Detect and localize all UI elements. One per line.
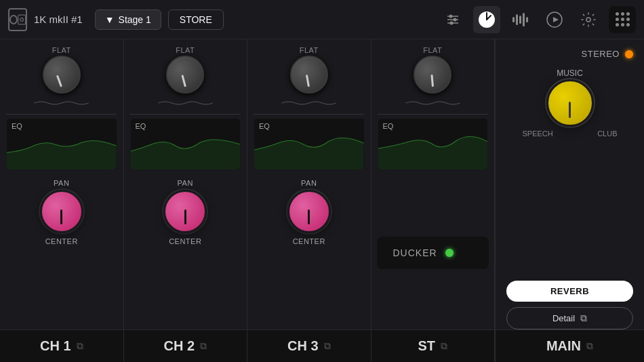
ch1-pan-section: PAN CENTER xyxy=(40,179,83,245)
mode-bottom-labels: SPEECH CLUB xyxy=(523,129,618,138)
svg-point-5 xyxy=(449,14,453,18)
ch2-wave-line xyxy=(136,98,235,108)
ch2-eq-curve xyxy=(131,119,241,169)
ch3-external-link-icon[interactable]: ⧉ xyxy=(324,340,331,352)
ducker-label: DUCKER xyxy=(393,247,437,258)
ch2-channel-name: CH 2 xyxy=(163,338,195,354)
st-channel-bottom: ST ⧉ xyxy=(371,329,495,362)
detail-button[interactable]: Detail ⧉ xyxy=(506,307,633,329)
ch1-eq-knob[interactable] xyxy=(43,56,81,94)
svg-point-16 xyxy=(586,18,590,22)
ch3-pan-knob[interactable] xyxy=(287,190,331,233)
ch3-eq-knob[interactable] xyxy=(290,56,328,94)
ch2-pan-label: PAN xyxy=(178,179,193,187)
svg-rect-10 xyxy=(516,14,518,25)
ch2-eq-knob-wrap: FLAT xyxy=(166,46,204,94)
settings-icon-button[interactable] xyxy=(575,6,602,33)
ch3-pan-section: PAN CENTER xyxy=(287,179,331,245)
ch3-channel-bottom: CH 3 ⧉ xyxy=(247,329,371,362)
ducker-status-dot xyxy=(445,249,454,257)
ch3-eq-label: EQ xyxy=(259,122,270,130)
main-channel-bottom: MAIN ⧉ xyxy=(496,329,644,362)
svg-rect-9 xyxy=(512,17,515,22)
ch3-channel-name: CH 3 xyxy=(287,338,319,354)
speech-label: SPEECH xyxy=(523,129,553,138)
ch3-eq-curve xyxy=(254,119,364,169)
main-content: FLAT EQ PAN CENTER CH 1 ⧉ xyxy=(0,39,644,362)
ch1-center-label: CENTER xyxy=(45,237,78,245)
main-channel-name: MAIN xyxy=(546,338,581,354)
music-label: MUSIC xyxy=(557,68,583,78)
svg-rect-11 xyxy=(519,16,521,24)
st-wave-line xyxy=(384,98,482,108)
timer-icon-button[interactable] xyxy=(473,6,500,33)
ch1-pan-label: PAN xyxy=(54,179,69,187)
mode-knob[interactable] xyxy=(546,79,594,127)
st-eq-curve xyxy=(378,119,488,169)
ch1-flat-label: FLAT xyxy=(52,46,71,54)
device-name: 1K mkII #1 xyxy=(34,14,83,25)
st-eq-knob-wrap: FLAT xyxy=(414,46,451,94)
mode-section: MUSIC SPEECH CLUB xyxy=(506,68,633,138)
stereo-label: STEREO xyxy=(582,49,620,59)
stage-button[interactable]: ▼ Stage 1 xyxy=(95,9,161,30)
ch1-wave-line xyxy=(12,98,110,108)
ch2-external-link-icon[interactable]: ⧉ xyxy=(200,340,207,352)
ch1-eq-knob-wrap: FLAT xyxy=(43,46,81,94)
ch1-eq-curve xyxy=(7,119,117,169)
main-external-link-icon[interactable]: ⧉ xyxy=(586,340,593,352)
ch1-channel-name: CH 1 xyxy=(40,338,71,354)
svg-point-1 xyxy=(20,18,24,21)
st-eq-knob[interactable] xyxy=(414,56,451,94)
ch3-wave-line xyxy=(260,98,358,108)
channel-ch1: FLAT EQ PAN CENTER CH 1 ⧉ xyxy=(0,39,124,362)
stereo-row: STEREO xyxy=(506,49,633,59)
ch1-external-link-icon[interactable]: ⧉ xyxy=(77,340,83,352)
ch3-eq-knob-wrap: FLAT xyxy=(290,46,328,94)
ch2-pan-knob[interactable] xyxy=(163,190,207,233)
ch3-pan-label: PAN xyxy=(301,179,317,187)
st-external-link-icon[interactable]: ⧉ xyxy=(441,340,447,352)
stage-arrow-icon: ▼ xyxy=(105,14,115,25)
ch2-pan-section: PAN CENTER xyxy=(163,179,207,245)
svg-point-6 xyxy=(454,18,457,21)
svg-rect-12 xyxy=(523,13,525,26)
club-label: CLUB xyxy=(597,129,617,138)
ch3-eq-display[interactable]: EQ xyxy=(254,119,364,169)
waveform-icon-button[interactable] xyxy=(507,6,534,33)
ch1-eq-label: EQ xyxy=(12,122,22,130)
play-icon-button[interactable] xyxy=(541,6,568,33)
ch2-eq-display[interactable]: EQ xyxy=(131,119,241,169)
ch1-eq-display[interactable]: EQ xyxy=(7,119,117,169)
sliders-icon-button[interactable] xyxy=(439,6,466,33)
store-button[interactable]: STORE xyxy=(168,9,224,30)
st-flat-label: FLAT xyxy=(423,46,442,54)
reverb-button[interactable]: REVERB xyxy=(506,281,633,302)
device-icon xyxy=(8,8,27,31)
channel-ch2: FLAT EQ PAN CENTER CH 2 ⧉ xyxy=(124,39,248,362)
topbar: 1K mkII #1 ▼ Stage 1 STORE xyxy=(0,0,644,39)
st-eq-display[interactable]: EQ xyxy=(378,119,488,169)
stage-label: Stage 1 xyxy=(119,14,151,25)
ch2-flat-label: FLAT xyxy=(176,46,195,54)
ch2-center-label: CENTER xyxy=(169,237,201,245)
st-divider xyxy=(378,114,488,115)
detail-external-icon: ⧉ xyxy=(580,313,587,324)
detail-label: Detail xyxy=(552,313,575,323)
ch2-eq-knob[interactable] xyxy=(166,56,204,94)
main-panel: STEREO MUSIC SPEECH CLUB REVERB Detail ⧉… xyxy=(495,39,644,362)
svg-point-7 xyxy=(450,21,454,24)
svg-rect-0 xyxy=(18,15,25,24)
ch3-divider xyxy=(254,114,364,115)
ch1-pan-knob[interactable] xyxy=(40,190,83,233)
ch1-channel-bottom: CH 1 ⧉ xyxy=(0,329,123,362)
ch2-channel-bottom: CH 2 ⧉ xyxy=(124,329,247,362)
st-eq-label: EQ xyxy=(383,122,394,130)
st-channel-name: ST xyxy=(418,338,435,354)
ducker-box[interactable]: DUCKER xyxy=(377,237,489,269)
ch2-eq-label: EQ xyxy=(136,122,146,130)
channel-ch3: FLAT EQ PAN CENTER CH 3 ⧉ xyxy=(247,39,371,362)
ch3-flat-label: FLAT xyxy=(300,46,319,54)
ch2-divider xyxy=(130,114,241,115)
grid-icon-button[interactable] xyxy=(609,6,636,33)
